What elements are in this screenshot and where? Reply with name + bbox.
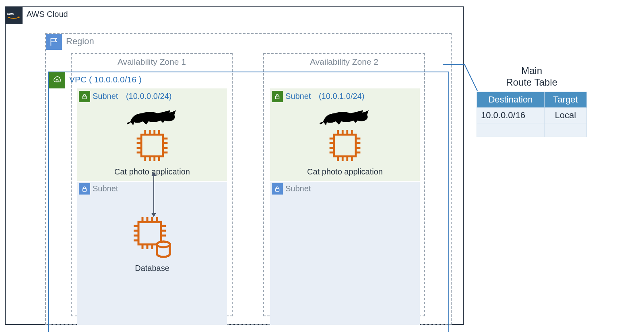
rt-header-target: Target bbox=[544, 92, 586, 107]
subnet-lock-icon bbox=[79, 91, 90, 102]
svg-rect-40 bbox=[138, 222, 161, 244]
rt-cell-target bbox=[544, 123, 586, 137]
region-label: Region bbox=[66, 36, 94, 47]
az1-label: Availability Zone 1 bbox=[72, 54, 232, 67]
svg-rect-22 bbox=[334, 135, 356, 156]
subnet-lock-icon bbox=[79, 183, 90, 195]
vpc-cloud-lock-icon bbox=[49, 72, 65, 88]
app-group-az2: Cat photo application bbox=[270, 106, 420, 176]
app-caption-az2: Cat photo application bbox=[307, 167, 383, 176]
subnet4-title: Subnet bbox=[285, 184, 311, 193]
route-table: Main Route Table Destination Target 10.0… bbox=[477, 65, 587, 137]
subnet-public-az2: Subnet (10.0.1.0/24) bbox=[270, 88, 420, 181]
svg-rect-39 bbox=[83, 189, 87, 191]
rt-header-destination: Destination bbox=[477, 92, 545, 107]
svg-rect-2 bbox=[56, 80, 58, 82]
subnet-private-az2: Subnet bbox=[270, 182, 420, 325]
app-group-az1: Cat photo application bbox=[77, 106, 227, 176]
rt-cell-dest bbox=[477, 123, 545, 137]
subnet3-label: Subnet bbox=[93, 184, 118, 193]
db-group: Database bbox=[77, 213, 227, 273]
subnet-lock-icon bbox=[272, 183, 283, 195]
subnet-private-az1: Subnet bbox=[77, 182, 227, 325]
rt-cell-target: Local bbox=[544, 107, 586, 123]
vpc-label: VPC ( 10.0.0.0/16 ) bbox=[69, 75, 142, 84]
subnet2-label: Subnet (10.0.1.0/24) bbox=[285, 92, 364, 101]
az2-label: Availability Zone 2 bbox=[264, 54, 424, 67]
table-row bbox=[477, 123, 587, 137]
subnet3-title: Subnet bbox=[93, 184, 118, 193]
subnet4-label: Subnet bbox=[285, 184, 311, 193]
aws-cloud-box: aws AWS Cloud Region Availability Zone 1… bbox=[5, 6, 464, 325]
chip-icon bbox=[326, 126, 364, 165]
svg-rect-57 bbox=[276, 189, 279, 191]
cat-icon bbox=[126, 106, 178, 126]
aws-logo-icon: aws bbox=[5, 6, 23, 24]
subnet2-cidr: (10.0.1.0/24) bbox=[319, 92, 364, 100]
route-table-title-1: Main bbox=[521, 65, 542, 76]
route-table-title: Main Route Table bbox=[477, 65, 587, 88]
svg-rect-3 bbox=[83, 96, 87, 99]
aws-cloud-label: AWS Cloud bbox=[27, 10, 68, 19]
cat-icon bbox=[319, 106, 371, 126]
route-table-title-2: Route Table bbox=[506, 77, 557, 88]
subnet2-title: Subnet bbox=[285, 92, 311, 100]
subnet1-title: Subnet bbox=[93, 92, 118, 100]
app-caption-az1: Cat photo application bbox=[114, 167, 190, 176]
svg-rect-21 bbox=[276, 96, 279, 99]
db-caption: Database bbox=[135, 264, 169, 273]
rt-cell-dest: 10.0.0.0/16 bbox=[477, 107, 545, 123]
svg-text:aws: aws bbox=[7, 12, 14, 16]
subnet1-label: Subnet (10.0.0.0/24) bbox=[93, 92, 171, 101]
subnet-lock-icon bbox=[272, 91, 283, 102]
database-chip-icon bbox=[128, 213, 176, 261]
route-table-grid: Destination Target 10.0.0.0/16 Local bbox=[477, 92, 587, 137]
region-box: Region Availability Zone 1 Availability … bbox=[45, 33, 452, 325]
subnet1-cidr: (10.0.0.0/24) bbox=[126, 92, 171, 100]
table-row: 10.0.0.0/16 Local bbox=[477, 107, 587, 123]
svg-rect-4 bbox=[141, 135, 163, 156]
vpc-box: VPC ( 10.0.0.0/16 ) Subnet (10.0.0.0/24) bbox=[48, 72, 449, 332]
region-flag-icon bbox=[46, 34, 62, 50]
subnet-public-az1: Subnet (10.0.0.0/24) bbox=[77, 88, 227, 181]
chip-icon bbox=[133, 126, 171, 165]
